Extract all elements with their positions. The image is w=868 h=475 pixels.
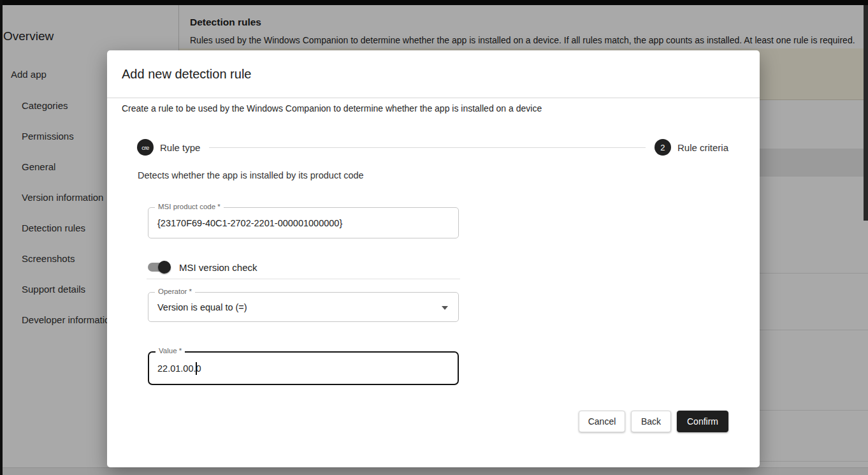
step1-create-icon[interactable]: cre	[137, 139, 154, 156]
dialog-header: Add new detection rule	[107, 50, 760, 98]
add-detection-rule-dialog: Add new detection rule Create a rule to …	[107, 50, 760, 467]
dialog-title: Add new detection rule	[122, 67, 251, 82]
msi-product-code-field[interactable]: MSI product code *	[148, 207, 459, 238]
stepper-connector-line	[209, 147, 646, 148]
toggle-thumb	[158, 261, 171, 274]
msi-product-code-input[interactable]	[157, 218, 438, 228]
step2-label: Rule criteria	[677, 142, 728, 153]
step1-icon-text: cre	[141, 144, 149, 151]
rule-type-description: Detects whether the app is installed by …	[138, 170, 364, 180]
confirm-button[interactable]: Confirm	[677, 411, 728, 432]
value-label: Value *	[156, 347, 185, 354]
value-input[interactable]	[157, 363, 400, 374]
msi-version-check-toggle[interactable]	[148, 258, 171, 276]
form-divider	[147, 279, 460, 279]
step1-label: Rule type	[160, 142, 200, 153]
text-cursor	[196, 362, 197, 375]
chevron-down-icon	[442, 306, 448, 310]
dialog-actions: Cancel Back Confirm	[579, 411, 728, 432]
operator-value: Version is equal to (=)	[157, 302, 247, 312]
step2-badge[interactable]: 2	[655, 139, 671, 156]
value-field[interactable]: Value *	[148, 351, 459, 385]
screen: Overview Add app Categories Permissions …	[0, 0, 868, 475]
stepper: cre Rule type 2 Rule criteria	[137, 139, 728, 156]
back-button[interactable]: Back	[631, 411, 671, 432]
cancel-button[interactable]: Cancel	[579, 411, 625, 432]
msi-version-check-label: MSI version check	[179, 262, 257, 273]
msi-product-code-label: MSI product code *	[155, 203, 224, 210]
operator-select[interactable]: Operator * Version is equal to (=)	[148, 292, 459, 322]
dialog-subtitle: Create a rule to be used by the Windows …	[122, 103, 542, 113]
step2-number: 2	[660, 143, 665, 152]
msi-version-check-row: MSI version check	[148, 258, 257, 276]
operator-label: Operator *	[155, 288, 195, 295]
